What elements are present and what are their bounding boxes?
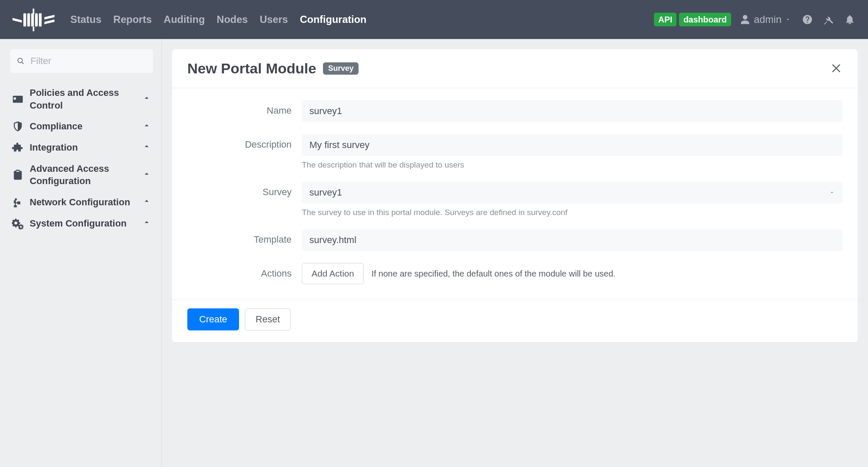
sidebar-item-policies-access-control[interactable]: Policies and Access Control [10, 82, 153, 116]
nav-items: Status Reports Auditing Nodes Users Conf… [64, 10, 373, 29]
svg-marker-6 [45, 15, 55, 20]
nav-reports[interactable]: Reports [107, 10, 158, 29]
sidebar-item-integration[interactable]: Integration [10, 137, 153, 158]
sidebar: Policies and Access Control Compliance I… [0, 39, 162, 467]
puzzle-icon [12, 142, 24, 154]
form-row-template: Template [187, 229, 843, 251]
shield-icon [12, 120, 24, 132]
network-icon [12, 196, 24, 208]
chevron-up-icon [142, 196, 151, 206]
form-row-actions: Actions Add Action If none are specified… [187, 263, 843, 284]
label-description: Description [187, 134, 302, 150]
svg-rect-8 [33, 8, 34, 14]
reset-button[interactable]: Reset [245, 308, 290, 330]
panel-header: New Portal Module Survey [172, 49, 858, 88]
dashboard-badge[interactable]: dashboard [679, 13, 731, 26]
tools-button[interactable] [821, 11, 837, 28]
panel-title: New Portal Module [187, 60, 316, 77]
id-card-icon [12, 93, 24, 105]
api-badge[interactable]: API [654, 13, 676, 26]
svg-rect-3 [31, 13, 34, 26]
caret-down-icon [785, 17, 791, 22]
nav-auditing[interactable]: Auditing [158, 10, 211, 29]
sidebar-item-label: Advanced Access Configuration [30, 162, 142, 187]
chevron-up-icon [142, 169, 151, 179]
search-icon [17, 57, 25, 65]
chevron-up-icon [142, 93, 151, 103]
notifications-button[interactable] [842, 11, 858, 28]
svg-rect-5 [39, 13, 42, 26]
gears-icon [12, 218, 24, 229]
nav-nodes[interactable]: Nodes [211, 10, 253, 29]
api-badges: API dashboard [654, 13, 731, 26]
user-name: admin [754, 14, 782, 25]
panel-type-badge: Survey [323, 62, 359, 75]
survey-help: The survey to use in this portal module.… [302, 208, 843, 217]
filter-input[interactable] [31, 56, 146, 67]
sidebar-item-label: System Configuration [30, 217, 142, 230]
form-row-name: Name [187, 100, 843, 122]
create-button[interactable]: Create [187, 308, 239, 330]
svg-marker-7 [45, 20, 55, 24]
caret-down-icon [829, 190, 835, 196]
filter-wrap[interactable] [10, 49, 153, 73]
nav-users[interactable]: Users [254, 10, 294, 29]
sidebar-item-label: Compliance [30, 120, 142, 133]
description-help: The description that will be displayed t… [302, 160, 843, 170]
clipboard-icon [12, 169, 24, 181]
survey-select-value: survey1 [309, 187, 342, 198]
help-icon [802, 14, 813, 25]
panel-body: Name Description The description that wi… [172, 88, 858, 300]
sidebar-item-compliance[interactable]: Compliance [10, 116, 153, 137]
label-template: Template [187, 229, 302, 245]
help-button[interactable] [799, 11, 815, 28]
chevron-up-icon [142, 218, 151, 227]
panel-footer: Create Reset [172, 300, 858, 342]
label-survey: Survey [187, 182, 302, 198]
app-logo [10, 7, 57, 32]
close-button[interactable] [830, 61, 843, 76]
nav-configuration[interactable]: Configuration [294, 10, 372, 29]
name-input[interactable] [302, 100, 843, 122]
actions-help: If none are specified, the default ones … [371, 269, 615, 279]
survey-select[interactable]: survey1 [302, 182, 843, 204]
template-input[interactable] [302, 229, 843, 251]
main-content: New Portal Module Survey Name Descriptio… [162, 39, 868, 467]
sidebar-item-network-configuration[interactable]: Network Configuration [10, 192, 153, 213]
nav-right: API dashboard admin [654, 11, 858, 28]
svg-rect-1 [23, 13, 26, 26]
close-icon [830, 61, 843, 74]
form-row-description: Description The description that will be… [187, 134, 843, 170]
svg-marker-0 [13, 18, 22, 22]
add-action-button[interactable]: Add Action [302, 263, 364, 284]
user-icon [740, 14, 751, 25]
chevron-up-icon [142, 121, 151, 130]
description-input[interactable] [302, 134, 843, 156]
tools-icon [823, 14, 834, 25]
sidebar-item-label: Network Configuration [30, 196, 142, 209]
sidebar-item-label: Integration [30, 141, 142, 154]
bell-icon [844, 14, 855, 25]
svg-rect-4 [35, 13, 38, 26]
form-row-survey: Survey survey1 The survey to use in this… [187, 182, 843, 217]
sidebar-item-label: Policies and Access Control [30, 87, 142, 112]
svg-rect-2 [27, 13, 30, 26]
top-navbar: Status Reports Auditing Nodes Users Conf… [0, 0, 868, 39]
label-name: Name [187, 100, 302, 116]
sidebar-item-advanced-access-configuration[interactable]: Advanced Access Configuration [10, 158, 153, 192]
sidebar-item-system-configuration[interactable]: System Configuration [10, 213, 153, 234]
svg-rect-9 [33, 27, 34, 31]
nav-status[interactable]: Status [64, 10, 107, 29]
chevron-up-icon [142, 142, 151, 151]
user-menu[interactable]: admin [736, 14, 794, 25]
label-actions: Actions [187, 263, 302, 279]
form-panel: New Portal Module Survey Name Descriptio… [172, 49, 858, 342]
